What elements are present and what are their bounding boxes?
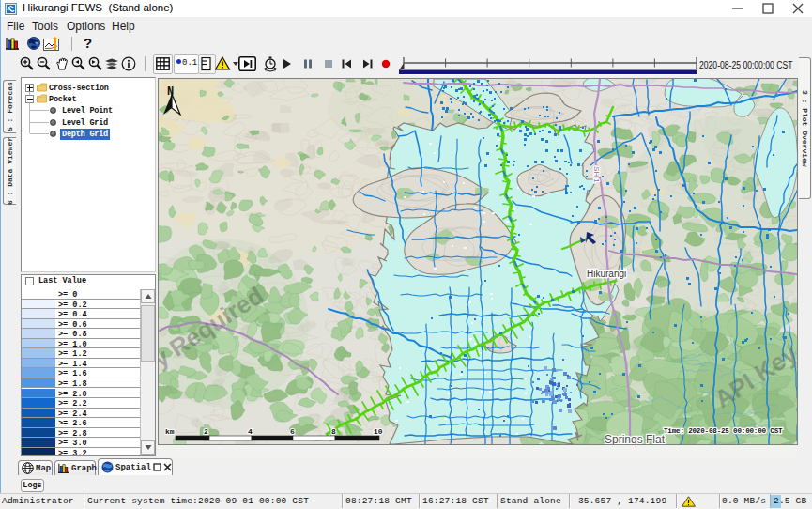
svg-text:SH 1: SH 1 — [592, 166, 601, 183]
svg-text:8: 8 — [331, 427, 336, 436]
svg-text:10: 10 — [374, 427, 383, 436]
svg-text:2: 2 — [204, 427, 208, 436]
svg-text:6: 6 — [290, 427, 295, 436]
svg-text:Time: 2020-08-25 00:00:00 CST: Time: 2020-08-25 00:00:00 CST — [664, 427, 783, 435]
svg-text:Springs Flat: Springs Flat — [605, 433, 666, 444]
svg-text:Hikurangi: Hikurangi — [587, 269, 626, 279]
svg-text:4: 4 — [248, 427, 253, 436]
svg-text:km: km — [165, 427, 175, 436]
